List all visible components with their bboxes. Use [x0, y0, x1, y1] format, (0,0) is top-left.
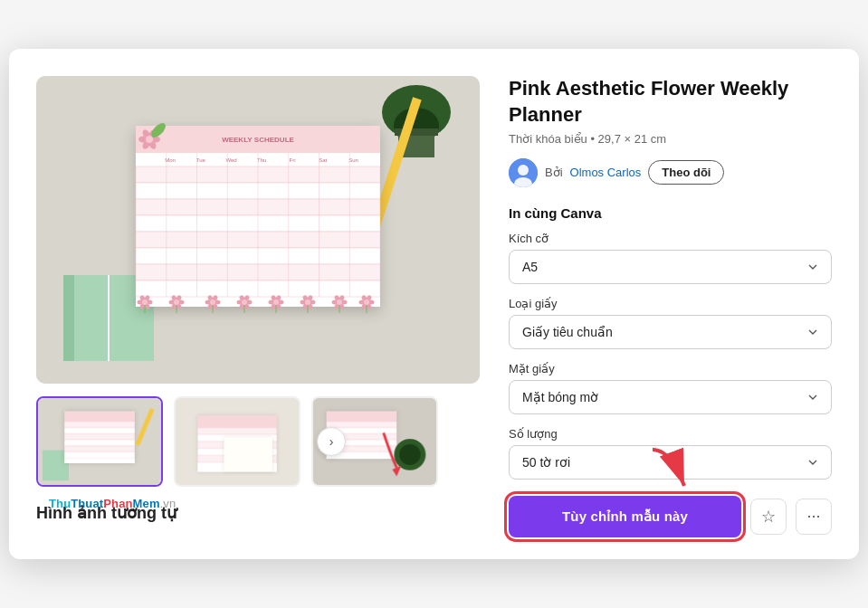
print-section-label: In cùng Canva — [509, 205, 832, 221]
product-modal: › ThuThuatPhanMem.vn Hình ảnh tương tự P… — [9, 49, 859, 558]
watermark-thuat: Thuat — [71, 497, 103, 510]
size-field-group: Kích cỡ A5 — [509, 232, 832, 284]
author-row: Bởi Olmos Carlos Theo dõi — [509, 158, 832, 187]
thumbnail-row: › — [36, 396, 480, 487]
watermark-mem: Mem — [133, 497, 160, 510]
right-panel: Pink Aesthetic Flower Weekly Planner Thờ… — [509, 76, 832, 537]
author-avatar — [509, 158, 538, 187]
bookmark-button[interactable]: ☆ — [750, 499, 787, 535]
more-icon: ··· — [806, 507, 820, 526]
size-select[interactable]: A5 — [509, 250, 832, 284]
customize-button[interactable]: Tùy chỉnh mẫu này — [509, 496, 741, 537]
size-label: Kích cỡ — [509, 232, 832, 245]
watermark-phan: Phan — [103, 497, 132, 510]
paper-type-select[interactable]: Giấy tiêu chuẩn — [509, 315, 832, 349]
paper-surface-label: Mặt giấy — [509, 362, 832, 375]
product-subtitle: Thời khóa biểu • 29,7 × 21 cm — [509, 132, 832, 146]
main-image — [36, 76, 480, 384]
paper-type-field-group: Loại giấy Giấy tiêu chuẩn — [509, 297, 832, 349]
author-name-link[interactable]: Olmos Carlos — [570, 166, 642, 179]
svg-point-1 — [518, 165, 529, 176]
thumb2-canvas — [176, 398, 299, 485]
product-title: Pink Aesthetic Flower Weekly Planner — [509, 76, 832, 128]
paper-surface-field-group: Mặt giấy Mặt bóng mờ — [509, 362, 832, 414]
watermark: ThuThuatPhanMem.vn — [49, 497, 176, 510]
thumb1-canvas — [38, 398, 161, 485]
thumbnail-1[interactable] — [36, 396, 163, 487]
thumbnail-2[interactable] — [174, 396, 300, 487]
follow-button[interactable]: Theo dõi — [648, 160, 724, 185]
action-row: Tùy chỉnh mẫu này ☆ ··· — [509, 496, 832, 537]
left-panel: › ThuThuatPhanMem.vn Hình ảnh tương tự — [36, 76, 480, 523]
more-options-button[interactable]: ··· — [796, 499, 832, 535]
watermark-vn: .vn — [160, 497, 176, 510]
paper-type-label: Loại giấy — [509, 297, 832, 310]
quantity-label: Số lượng — [509, 427, 832, 441]
content-layout: › ThuThuatPhanMem.vn Hình ảnh tương tự P… — [36, 76, 832, 537]
main-image-canvas — [36, 76, 480, 384]
paper-surface-select[interactable]: Mặt bóng mờ — [509, 380, 832, 414]
quantity-select[interactable]: 50 tờ rơi — [509, 445, 832, 480]
quantity-field-group: Số lượng 50 tờ rơi — [509, 427, 832, 480]
author-by-label: Bởi — [545, 166, 563, 179]
watermark-thu: Thu — [49, 497, 71, 510]
bookmark-icon: ☆ — [761, 507, 776, 527]
thumbnail-next-button[interactable]: › — [317, 427, 346, 456]
